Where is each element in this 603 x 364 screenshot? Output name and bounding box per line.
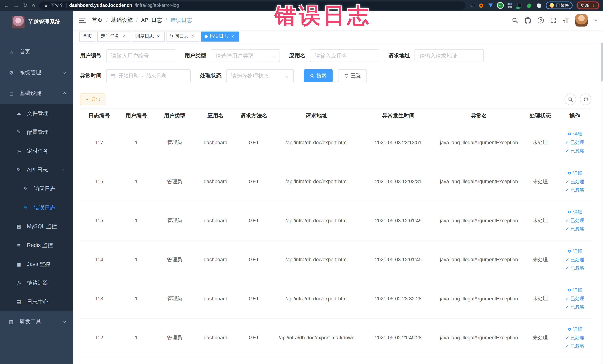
chevron-up-icon: [62, 92, 66, 96]
sidebar-item-home[interactable]: ⌂首页: [0, 42, 73, 62]
extension-icon-check[interactable]: ✓: [498, 3, 503, 8]
update-button[interactable]: 更新 ⋮: [577, 1, 599, 9]
sidebar-item-infrastructure[interactable]: □基础设施: [0, 83, 73, 104]
fullscreen-icon[interactable]: [550, 17, 557, 23]
sidebar-item-java-monitor[interactable]: ▣Java 监控: [0, 255, 73, 273]
mark-processed-link[interactable]: ✓已处理: [565, 295, 584, 302]
sidebar-item-system-management[interactable]: ⚙系统管理: [0, 62, 73, 83]
divider: [66, 3, 67, 8]
sidebar-item-access-log[interactable]: ✎访问日志: [0, 179, 73, 198]
sidebar-item-trace[interactable]: ◎链路追踪: [0, 273, 73, 293]
mark-ignored-link[interactable]: ✓已忽略: [565, 304, 584, 310]
cell-app-name: dashboard: [195, 240, 236, 279]
refresh-table-button[interactable]: [580, 94, 591, 105]
exception-time-range-picker[interactable]: 开始日期 - 结束日期: [106, 69, 191, 82]
detail-link[interactable]: 详细: [567, 287, 582, 294]
navbar-actions: ? TT: [512, 14, 597, 26]
search-button[interactable]: 搜索: [304, 69, 333, 82]
sidebar-item-config-management[interactable]: ✎配置管理: [0, 123, 73, 142]
config-manage-icon: ✎: [15, 129, 22, 135]
font-size-icon[interactable]: TT: [563, 17, 569, 23]
mark-ignored-link[interactable]: ✓已忽略: [565, 225, 584, 232]
detail-link[interactable]: 详细: [567, 169, 582, 176]
breadcrumb-api-log[interactable]: API 日志: [141, 17, 162, 24]
github-icon[interactable]: [525, 17, 531, 23]
extension-icon-sprout[interactable]: [526, 3, 532, 8]
process-status-select-input[interactable]: [226, 69, 294, 82]
mark-processed-link[interactable]: ✓已处理: [565, 217, 584, 224]
back-icon[interactable]: ←: [4, 3, 9, 8]
sidebar-item-scheduled-tasks[interactable]: ◷定时任务: [0, 141, 73, 160]
toggle-search-button[interactable]: [565, 94, 576, 105]
trace-icon: ◎: [15, 280, 22, 286]
address-bar[interactable]: ▲ 不安全 dashboard.yudao.iocoder.cn /infra/…: [39, 1, 465, 10]
help-icon[interactable]: ?: [538, 17, 544, 23]
navbar: 首页 / 基础设施 / API 日志 / 错误日志 ?: [73, 11, 603, 30]
request-url-input[interactable]: [415, 49, 484, 62]
tab-close-icon[interactable]: ×: [230, 34, 235, 39]
mark-processed-link[interactable]: ✓已处理: [565, 139, 584, 146]
search-icon[interactable]: [512, 17, 518, 23]
reload-icon[interactable]: ↻: [23, 3, 27, 8]
user-id-input[interactable]: [106, 49, 175, 62]
sidebar-item-mysql-monitor[interactable]: ▦MySQL 监控: [0, 217, 73, 236]
mark-ignored-link[interactable]: ✓已忽略: [565, 343, 584, 350]
paused-badge[interactable]: 已暂停: [546, 1, 573, 9]
tab-close-icon[interactable]: ×: [190, 34, 196, 39]
cell-user-type: 管理员: [154, 123, 195, 162]
chevron-down-icon[interactable]: [594, 20, 597, 21]
window-scrollbar[interactable]: [600, 22, 603, 364]
table-header-row: 日志编号用户编号用户类型应用名请求方法名请求地址异常发生时间异常名处理状态操作: [80, 108, 591, 123]
sidebar-item-error-log[interactable]: ✎错误日志: [0, 198, 73, 217]
sidebar-item-dev-tools[interactable]: ▥研发工具: [0, 311, 73, 332]
mark-processed-link[interactable]: ✓已处理: [565, 178, 584, 185]
extension-icon-switch[interactable]: on: [517, 3, 522, 8]
sidebar-item-log-center[interactable]: ▤日志中心: [0, 293, 73, 311]
tab-error-log[interactable]: 错误日志×: [201, 31, 239, 41]
extension-icon-shield[interactable]: [488, 3, 493, 8]
calendar-icon: [110, 73, 115, 78]
sidebar-item-label: 首页: [20, 48, 30, 55]
user-type-select[interactable]: [211, 49, 280, 62]
tab-home[interactable]: 首页: [79, 31, 95, 41]
detail-link[interactable]: 详细: [567, 209, 582, 215]
user-type-select-input[interactable]: [211, 49, 280, 62]
extension-icon-grid[interactable]: [507, 3, 512, 8]
mark-ignored-link[interactable]: ✓已忽略: [565, 265, 584, 271]
browser-menu-icon[interactable]: ⋮: [591, 3, 595, 8]
tab-access-log[interactable]: 访问日志×: [166, 31, 199, 41]
mark-ignored-link[interactable]: ✓已忽略: [565, 187, 584, 193]
detail-link[interactable]: 详细: [567, 326, 582, 333]
sidebar-logo[interactable]: 芋道管理系统: [0, 11, 73, 33]
column-header-user-type: 用户类型: [154, 108, 195, 123]
extension-icon-puzzle[interactable]: [536, 3, 542, 8]
sidebar-item-redis-monitor[interactable]: ≡Redis 监控: [0, 236, 73, 255]
mark-ignored-link[interactable]: ✓已忽略: [565, 147, 584, 154]
mark-processed-link[interactable]: ✓已处理: [565, 334, 584, 341]
sidebar-item-api-log[interactable]: ✎API 日志: [0, 160, 73, 179]
bookmark-star-icon[interactable]: ☆: [470, 2, 474, 8]
tab-close-icon[interactable]: ×: [121, 34, 127, 39]
app-name-input[interactable]: [310, 49, 379, 62]
extension-icon-ring[interactable]: [478, 3, 484, 8]
mark-processed-link[interactable]: ✓已处理: [565, 256, 584, 263]
tab-scheduled-tasks[interactable]: 定时任务×: [97, 31, 130, 41]
avatar[interactable]: [575, 14, 588, 26]
process-status-select[interactable]: [226, 69, 294, 82]
reset-button[interactable]: 重置: [338, 69, 367, 82]
hamburger-icon[interactable]: [79, 18, 86, 23]
cell-app-name: dashboard: [195, 201, 236, 240]
detail-link[interactable]: 详细: [567, 248, 582, 255]
forward-icon[interactable]: →: [13, 3, 19, 8]
sidebar-item-label: API 日志: [27, 166, 48, 173]
home-icon[interactable]: ⌂: [32, 3, 35, 8]
sidebar-item-file-management[interactable]: ☁文件管理: [0, 104, 73, 123]
export-button[interactable]: 导出: [80, 94, 105, 105]
detail-link[interactable]: 详细: [567, 130, 582, 137]
reset-button-label: 重置: [351, 72, 361, 79]
tab-schedule-log[interactable]: 调度日志×: [132, 31, 165, 41]
sidebar-item-label: 配置管理: [27, 129, 48, 136]
breadcrumb-home[interactable]: 首页: [92, 17, 103, 24]
breadcrumb-infrastructure[interactable]: 基础设施: [111, 17, 133, 24]
tab-close-icon[interactable]: ×: [156, 34, 161, 39]
